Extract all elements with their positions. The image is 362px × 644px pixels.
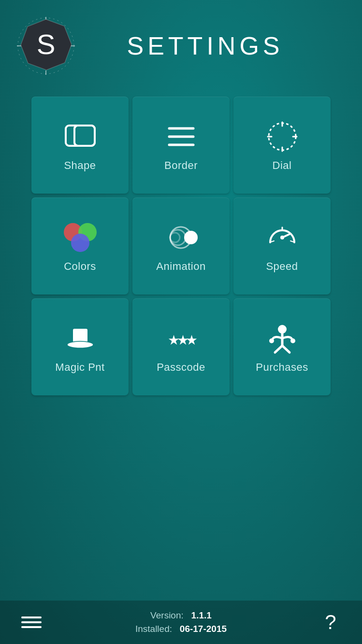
version-line: Version: 1.1.1: [63, 609, 299, 623]
svg-point-21: [184, 231, 198, 244]
animation-label: Animation: [156, 260, 205, 273]
magic-pnt-icon: [63, 322, 97, 355]
magic-pnt-button[interactable]: Magic Pnt: [31, 298, 129, 395]
dial-label: Dial: [273, 159, 292, 172]
shape-icon: [63, 120, 97, 154]
svg-rect-28: [73, 329, 87, 345]
purchases-icon: [265, 322, 299, 355]
svg-point-23: [280, 236, 284, 239]
svg-point-35: [269, 338, 274, 343]
header: S SETTINGS: [0, 0, 362, 87]
page-title: SETTINGS: [77, 31, 343, 60]
svg-point-33: [278, 325, 287, 334]
animation-button[interactable]: Animation: [132, 197, 230, 294]
grid-row-3: Magic Pnt ★ ★ ★ Passcode: [31, 298, 331, 395]
colors-icon: [63, 221, 97, 254]
page-wrapper: S SETTINGS Shape: [0, 0, 362, 644]
installed-value: 06-17-2015: [180, 624, 227, 634]
border-icon: [164, 120, 198, 154]
passcode-button[interactable]: ★ ★ ★ Passcode: [132, 298, 230, 395]
grid-row-1: Shape Border: [31, 97, 331, 194]
svg-point-13: [269, 123, 296, 150]
footer-menu-button[interactable]: [0, 616, 63, 628]
purchases-button[interactable]: Purchases: [233, 298, 331, 395]
border-button[interactable]: Border: [132, 97, 230, 194]
svg-rect-8: [74, 126, 95, 146]
version-value: 1.1.1: [191, 610, 212, 620]
colors-label: Colors: [64, 260, 96, 273]
installed-label: Installed:: [135, 624, 172, 634]
svg-text:S: S: [37, 28, 56, 60]
dial-button[interactable]: Dial: [233, 97, 331, 194]
shape-button[interactable]: Shape: [31, 97, 129, 194]
logo-octagon: S: [14, 14, 77, 77]
dial-icon: [265, 120, 299, 154]
svg-line-25: [271, 241, 274, 242]
help-button[interactable]: ?: [299, 611, 362, 634]
purchases-label: Purchases: [256, 361, 308, 374]
footer: Version: 1.1.1 Installed: 06-17-2015 ?: [0, 601, 362, 644]
colors-button[interactable]: Colors: [31, 197, 129, 294]
version-label: Version:: [150, 610, 184, 620]
hamburger-icon: [21, 616, 42, 628]
passcode-icon: ★ ★ ★: [164, 322, 198, 355]
speed-icon: [265, 221, 299, 254]
grid-row-2: Colors Animation: [31, 197, 331, 294]
shape-label: Shape: [64, 159, 96, 172]
animation-icon: [164, 221, 198, 254]
passcode-label: Passcode: [157, 361, 205, 374]
svg-line-38: [282, 346, 290, 352]
speed-button[interactable]: Speed: [233, 197, 331, 294]
magic-pnt-label: Magic Pnt: [55, 361, 104, 374]
svg-text:★: ★: [186, 333, 198, 348]
footer-info: Version: 1.1.1 Installed: 06-17-2015: [63, 609, 299, 636]
speed-label: Speed: [266, 260, 298, 273]
installed-line: Installed: 06-17-2015: [63, 622, 299, 636]
svg-line-37: [275, 346, 282, 352]
grid-container: Shape Border: [0, 87, 362, 601]
svg-point-36: [290, 338, 295, 343]
svg-line-26: [290, 241, 293, 242]
border-label: Border: [164, 159, 198, 172]
help-label: ?: [325, 611, 336, 634]
